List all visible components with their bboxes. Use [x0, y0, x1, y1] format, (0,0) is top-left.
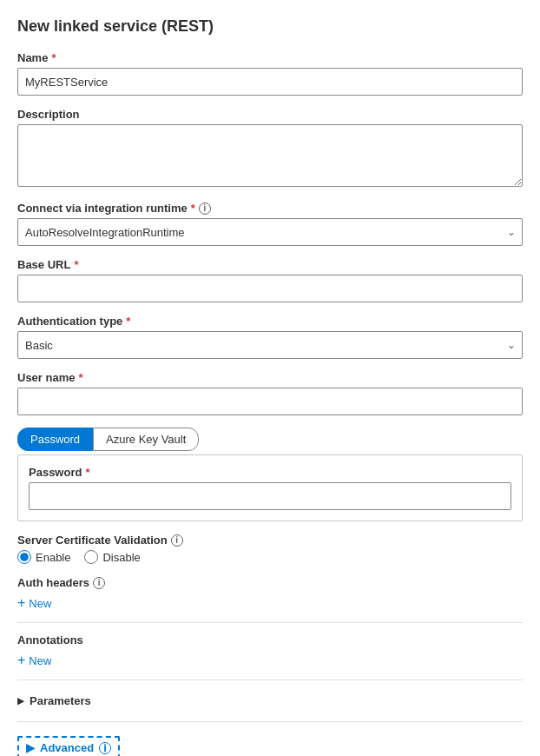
password-tab-group: Password Azure Key Vault Password * [17, 428, 523, 521]
user-name-input[interactable] [17, 388, 523, 415]
divider-3 [17, 721, 523, 722]
annotations-add-button[interactable]: + New [17, 653, 51, 667]
server-cert-field-group: Server Certificate Validation i Enable D… [17, 534, 523, 564]
name-input[interactable] [17, 68, 523, 96]
user-name-field-group: User name * [17, 371, 523, 415]
auth-headers-label: Auth headers i [17, 576, 523, 589]
description-label: Description [17, 108, 523, 121]
base-url-field-group: Base URL * [17, 258, 523, 302]
password-tabs: Password Azure Key Vault [17, 428, 523, 451]
base-url-label: Base URL * [17, 258, 523, 271]
auth-headers-plus-icon: + [17, 596, 25, 610]
auth-type-select[interactable]: Basic [17, 331, 523, 359]
enable-radio-label[interactable]: Enable [17, 550, 70, 564]
password-label: Password * [29, 466, 511, 479]
integration-runtime-select-wrapper: AutoResolveIntegrationRuntime ⌄ [17, 218, 523, 246]
advanced-chevron-icon: ▶ [26, 741, 35, 754]
enable-radio[interactable] [17, 550, 31, 564]
annotations-field-group: Annotations + New [17, 633, 523, 667]
divider-1 [17, 622, 523, 623]
advanced-info-icon[interactable]: i [99, 742, 111, 754]
divider-2 [17, 680, 523, 680]
integration-runtime-info-icon[interactable]: i [199, 202, 211, 215]
description-field-group: Description [17, 108, 523, 189]
auth-type-select-wrapper: Basic ⌄ [17, 331, 523, 359]
server-cert-radio-group: Enable Disable [17, 550, 523, 564]
password-section: Password * [17, 454, 523, 521]
disable-radio[interactable] [84, 550, 98, 564]
name-field-group: Name * [17, 51, 523, 96]
disable-radio-label[interactable]: Disable [84, 550, 140, 564]
user-name-label: User name * [17, 371, 523, 384]
integration-runtime-field-group: Connect via integration runtime * i Auto… [17, 202, 523, 246]
annotations-label: Annotations [17, 633, 523, 647]
password-input[interactable] [29, 482, 511, 510]
auth-headers-info-icon[interactable]: i [93, 577, 105, 589]
integration-runtime-select[interactable]: AutoResolveIntegrationRuntime [17, 218, 523, 246]
name-label: Name * [17, 51, 523, 64]
parameters-chevron-icon: ▶ [17, 696, 24, 706]
parameters-section[interactable]: ▶ Parameters [17, 691, 523, 711]
auth-type-field-group: Authentication type * Basic ⌄ [17, 315, 523, 359]
name-required: * [51, 51, 56, 64]
azure-keyvault-tab[interactable]: Azure Key Vault [93, 428, 199, 451]
password-tab[interactable]: Password [17, 428, 93, 451]
page-title: New linked service (REST) [17, 17, 523, 36]
annotations-plus-icon: + [17, 653, 25, 667]
auth-headers-field-group: Auth headers i + New [17, 576, 523, 610]
integration-runtime-label: Connect via integration runtime * i [17, 202, 523, 215]
auth-headers-add-button[interactable]: + New [17, 596, 51, 610]
server-cert-label: Server Certificate Validation i [17, 534, 523, 547]
description-textarea[interactable] [17, 124, 523, 187]
auth-type-label: Authentication type * [17, 315, 523, 328]
server-cert-info-icon[interactable]: i [171, 534, 183, 547]
advanced-section[interactable]: ▶ Advanced i [17, 736, 120, 756]
base-url-input[interactable] [17, 275, 523, 302]
